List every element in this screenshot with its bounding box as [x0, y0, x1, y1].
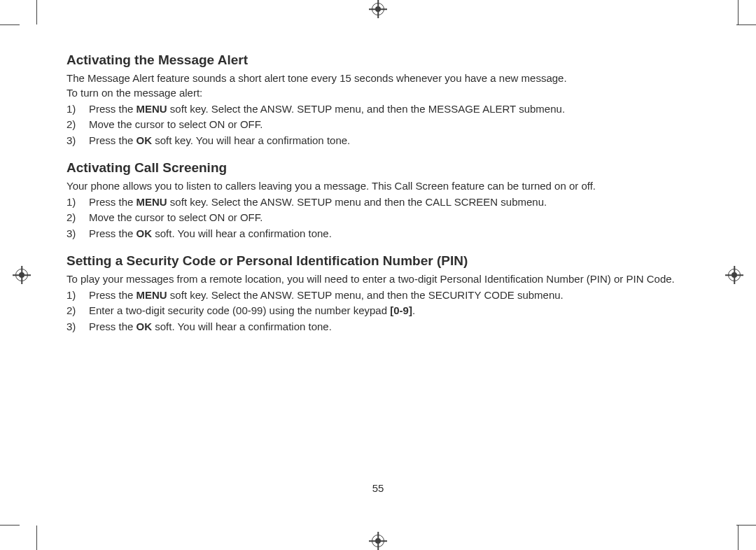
step-list: Press the MENU soft key. Select the ANSW… [66, 103, 710, 148]
step-list: Press the MENU soft key. Select the ANSW… [66, 196, 710, 241]
step-list: Press the MENU soft key. Select the ANSW… [66, 289, 710, 334]
crop-mark [736, 24, 756, 25]
page-content: Activating the Message Alert The Message… [66, 52, 710, 337]
list-item: Press the MENU soft key. Select the ANSW… [66, 103, 710, 116]
heading: Activating Call Screening [66, 160, 710, 176]
paragraph: To play your messages from a remote loca… [66, 273, 710, 286]
paragraph: To turn on the message alert: [66, 87, 710, 100]
list-item: Move the cursor to select ON or OFF. [66, 211, 710, 225]
crop-mark [36, 526, 37, 550]
paragraph: The Message Alert feature sounds a short… [66, 72, 710, 85]
list-item: Press the OK soft. You will hear a confi… [66, 320, 710, 334]
crop-mark [738, 0, 738, 24]
registration-mark-icon [372, 3, 384, 15]
registration-mark-icon [372, 535, 384, 547]
crop-mark [36, 0, 37, 24]
crop-mark [0, 525, 20, 526]
section-call-screening: Activating Call Screening Your phone all… [66, 160, 710, 241]
crop-mark [738, 526, 738, 550]
list-item: Press the OK soft key. You will hear a c… [66, 134, 710, 148]
list-item: Move the cursor to select ON or OFF. [66, 118, 710, 132]
list-item: Press the MENU soft key. Select the ANSW… [66, 196, 710, 209]
page-number: 55 [372, 482, 384, 494]
registration-mark-icon [728, 269, 741, 281]
list-item: Press the OK soft. You will hear a confi… [66, 227, 710, 241]
heading: Setting a Security Code or Personal Iden… [66, 253, 710, 269]
crop-mark [736, 525, 756, 526]
list-item: Enter a two-digit security code (00-99) … [66, 304, 710, 318]
list-item: Press the MENU soft key. Select the ANSW… [66, 289, 710, 302]
paragraph: Your phone allows you to listen to calle… [66, 180, 710, 193]
heading: Activating the Message Alert [66, 52, 710, 68]
section-message-alert: Activating the Message Alert The Message… [66, 52, 710, 148]
section-security-code: Setting a Security Code or Personal Iden… [66, 253, 710, 334]
registration-mark-icon [15, 269, 28, 281]
crop-mark [0, 24, 20, 25]
